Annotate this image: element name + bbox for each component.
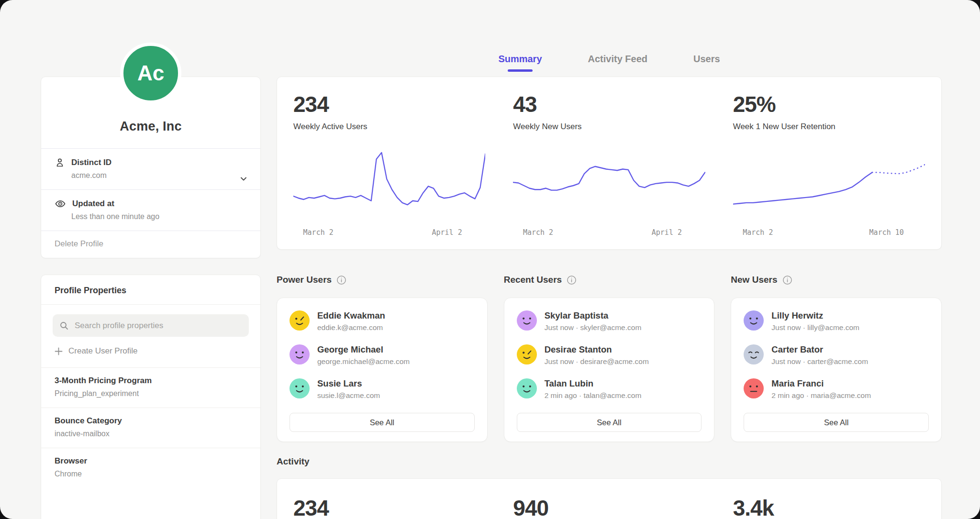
property-item-3-month-pricing-program[interactable]: 3-Month Pricing Program Pricing_plan_exp… (41, 367, 260, 408)
user-avatar (517, 344, 537, 366)
user-row[interactable]: Maria Franci 2 min ago · maria@acme.com (744, 378, 929, 400)
org-avatar-initials: Ac (137, 61, 164, 85)
property-label: Browser (55, 456, 247, 466)
x-axis-tick: March 2 (303, 228, 334, 237)
property-label: 3-Month Pricing Program (55, 376, 247, 386)
activity-stat-value: 234 (293, 495, 485, 519)
user-list-power-users: Power Users Eddie Kwakman eddie.k@acme.c… (277, 275, 488, 442)
user-list-title: Power Users (277, 275, 332, 285)
see-all-button[interactable]: See All (290, 413, 475, 432)
activity-stat-value: 940 (513, 495, 705, 519)
profile-properties-search (53, 314, 249, 337)
see-all-button[interactable]: See All (744, 413, 929, 432)
user-row[interactable]: Eddie Kwakman eddie.k@acme.com (290, 310, 475, 332)
user-row[interactable]: Lilly Herwitz Just now · lilly@acme.com (744, 310, 929, 332)
user-avatar (517, 378, 537, 400)
distinct-id-label: Distinct ID (71, 158, 111, 167)
info-icon[interactable] (567, 275, 577, 285)
user-list-title: Recent Users (504, 275, 562, 285)
x-axis-tick: April 2 (652, 228, 682, 237)
user-avatar (517, 310, 537, 332)
user-list-new-users: New Users Lilly Herwitz Just now · lilly… (731, 275, 942, 442)
user-row[interactable]: George Michael george.michael@acme.com (290, 344, 475, 366)
property-item-browser[interactable]: Browser Chrome (41, 448, 260, 488)
stat-label: Weekly Active Users (293, 122, 485, 132)
stat-value: 25% (733, 91, 925, 117)
property-value: Pricing_plan_experiment (55, 389, 247, 398)
chart-line-solid (733, 172, 872, 204)
user-avatar (744, 344, 764, 366)
updated-at-label: Updated at (72, 199, 114, 209)
user-name: Lilly Herwitz (771, 310, 859, 321)
user-meta: Just now · lilly@acme.com (771, 323, 859, 332)
summary-stats: 234 Weekly Active Users March 2 April 2 … (293, 91, 925, 239)
user-name: Susie Lars (317, 378, 380, 389)
search-icon (59, 321, 69, 331)
user-avatar (290, 310, 310, 332)
user-meta: eddie.k@acme.com (317, 323, 385, 332)
user-meta: 2 min ago · maria@acme.com (771, 391, 871, 400)
user-list-sections: Power Users Eddie Kwakman eddie.k@acme.c… (277, 275, 942, 442)
x-axis-tick: March 2 (743, 228, 773, 237)
distinct-id-value: acme.com (71, 171, 247, 180)
tab-activity-feed[interactable]: Activity Feed (586, 51, 649, 75)
activity-stat-column: 3.4k (733, 495, 925, 519)
user-meta: susie.l@acme.com (317, 391, 380, 400)
property-label: Bounce Category (55, 416, 247, 426)
tab-bar: SummaryActivity FeedUsers (277, 51, 942, 75)
user-avatar (290, 378, 310, 400)
activity-stat-value: 3.4k (733, 495, 925, 519)
line-chart (293, 150, 485, 221)
delete-profile-button[interactable]: Delete Profile (41, 231, 260, 258)
user-row[interactable]: Susie Lars susie.l@acme.com (290, 378, 475, 400)
info-icon[interactable] (336, 275, 346, 285)
user-name: George Michael (317, 344, 410, 355)
user-avatar (744, 378, 764, 400)
summary-card: 234 Weekly Active Users March 2 April 2 … (277, 77, 942, 250)
property-item-bounce-category[interactable]: Bounce Category inactive-mailbox (41, 408, 260, 448)
user-meta: Just now · carter@acme.com (771, 357, 868, 366)
user-name: Maria Franci (771, 378, 871, 389)
profile-properties-card: Profile Properties Create User Profile 3… (41, 275, 261, 519)
user-row[interactable]: Skylar Baptista Just now · skyler@acme.c… (517, 310, 702, 332)
property-list: 3-Month Pricing Program Pricing_plan_exp… (41, 367, 260, 488)
see-all-button[interactable]: See All (517, 413, 702, 432)
search-input[interactable] (53, 314, 249, 337)
activity-stat-column: 234 (293, 495, 485, 519)
user-meta: Just now · skyler@acme.com (545, 323, 642, 332)
user-list-title: New Users (731, 275, 777, 285)
info-icon[interactable] (782, 275, 792, 285)
person-icon (55, 157, 65, 168)
user-name: Desirae Stanton (545, 344, 649, 355)
stat-column: 25% Week 1 New User Retention March 2 Ma… (733, 91, 925, 239)
chart-line-projection (872, 165, 925, 174)
chevron-down-icon[interactable] (238, 174, 249, 184)
property-value: Chrome (55, 470, 247, 478)
stat-value: 234 (293, 91, 485, 117)
tab-users[interactable]: Users (691, 51, 722, 75)
user-row[interactable]: Desirae Stanton Just now · desirare@acme… (517, 344, 702, 366)
tab-summary[interactable]: Summary (496, 51, 544, 75)
eye-icon (55, 199, 66, 209)
x-axis-tick: April 2 (432, 228, 462, 237)
distinct-id-row: Distinct ID acme.com (41, 148, 260, 189)
user-meta: 2 min ago · talan@acme.com (545, 391, 642, 400)
user-name: Eddie Kwakman (317, 310, 385, 321)
chart-line-solid (513, 166, 705, 190)
property-value: inactive-mailbox (55, 430, 247, 438)
app-screen: Ac Acme, Inc Distinct ID acme.com (0, 0, 980, 519)
x-axis-tick: March 2 (523, 228, 553, 237)
user-row[interactable]: Carter Bator Just now · carter@acme.com (744, 344, 929, 366)
activity-card: 2349403.4k (277, 478, 942, 519)
updated-at-row: Updated at Less than one minute ago (41, 189, 260, 231)
profile-card: Ac Acme, Inc Distinct ID acme.com (41, 77, 261, 258)
user-row[interactable]: Talan Lubin 2 min ago · talan@acme.com (517, 378, 702, 400)
stat-value: 43 (513, 91, 705, 117)
create-user-profile-button[interactable]: Create User Profile (53, 344, 140, 358)
plus-icon (55, 347, 63, 355)
user-name: Skylar Baptista (545, 310, 642, 321)
activity-title: Activity (277, 456, 942, 467)
chart-line-solid (293, 153, 485, 205)
stat-label: Week 1 New User Retention (733, 122, 925, 132)
user-meta: Just now · desirare@acme.com (545, 357, 649, 366)
